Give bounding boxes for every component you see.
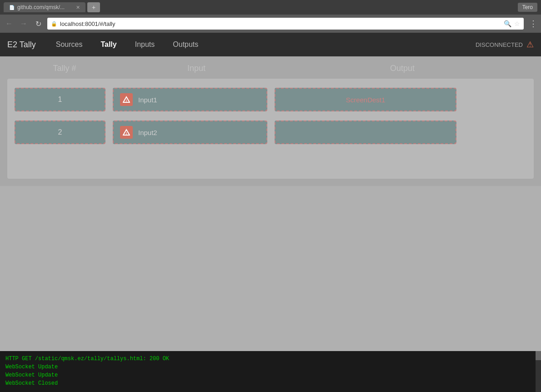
main-content: Tally # Input Output 1 ! Input1 ScreenDe… xyxy=(0,56,541,186)
nav-link-tally[interactable]: Tally xyxy=(91,33,125,56)
tally-output-cell-1[interactable]: ScreenDest1 xyxy=(275,88,456,111)
nav-forward-button[interactable]: → xyxy=(18,20,29,28)
browser-titlebar: 📄 github.com/qmsk/... ✕ + Tero xyxy=(0,0,541,15)
console-line-1: HTTP GET /static/qmsk.ez/tally/tallys.ht… xyxy=(5,355,536,363)
tally-input-label-1: Input1 xyxy=(138,96,157,104)
tally-num-cell-1[interactable]: 1 xyxy=(15,88,105,111)
new-tab-button[interactable]: + xyxy=(87,2,100,12)
nav-link-inputs[interactable]: Inputs xyxy=(126,33,164,56)
tally-column-headers: Tally # Input Output xyxy=(7,64,534,73)
tally-input-cell-2[interactable]: ! Input2 xyxy=(113,121,267,144)
tally-input-cell-1[interactable]: ! Input1 xyxy=(113,88,267,111)
app-nav: E2 Tally Sources Tally Inputs Outputs DI… xyxy=(0,33,541,56)
console-area: HTTP GET /static/qmsk.ez/tally/tallys.ht… xyxy=(0,351,541,392)
nav-back-button[interactable]: ← xyxy=(4,20,15,28)
col-header-input: Input xyxy=(115,64,278,73)
col-header-tally-num: Tally # xyxy=(15,64,115,73)
console-line-3: WebSocket Update xyxy=(5,371,536,379)
table-row: 1 ! Input1 ScreenDest1 xyxy=(15,88,526,111)
svg-text:!: ! xyxy=(126,99,127,103)
url-star-icon[interactable]: ☆ xyxy=(514,20,520,27)
console-line-2: WebSocket Update xyxy=(5,363,536,371)
tally-container: 1 ! Input1 ScreenDest1 2 xyxy=(7,79,534,179)
url-lock-icon: 🔒 xyxy=(51,21,57,27)
console-scrollbar[interactable] xyxy=(536,351,541,392)
tally-warning-icon-2: ! xyxy=(120,126,133,139)
tab-title: github.com/qmsk/... xyxy=(17,4,65,10)
status-warning-icon: ⚠ xyxy=(526,40,534,50)
url-search-icon[interactable]: 🔍 xyxy=(504,20,511,27)
table-row: 2 ! Input2 xyxy=(15,121,526,144)
tally-warning-icon-1: ! xyxy=(120,93,133,106)
connection-status: DISCONNECTED ⚠ xyxy=(476,40,534,50)
tally-num-cell-2[interactable]: 2 xyxy=(15,121,105,144)
url-bar[interactable]: 🔒 localhost:8001/#/tally 🔍 ☆ xyxy=(47,18,524,30)
svg-text:!: ! xyxy=(126,131,127,136)
tally-output-label-1: ScreenDest1 xyxy=(346,96,386,104)
url-actions: 🔍 ☆ xyxy=(504,20,520,27)
tab-page-icon: 📄 xyxy=(9,5,15,10)
new-tab-icon: + xyxy=(92,4,95,11)
tab-close-button[interactable]: ✕ xyxy=(76,5,80,10)
tally-number-2: 2 xyxy=(58,128,62,136)
app-brand: E2 Tally xyxy=(7,40,43,50)
tally-number-1: 1 xyxy=(58,95,62,104)
browser-tab[interactable]: 📄 github.com/qmsk/... ✕ xyxy=(4,2,85,12)
tally-output-cell-2[interactable] xyxy=(275,121,456,144)
console-scrollbar-thumb[interactable] xyxy=(536,351,541,360)
browser-menu-button[interactable]: ⋮ xyxy=(529,19,537,29)
status-text: DISCONNECTED xyxy=(476,41,523,48)
url-text: localhost:8001/#/tally xyxy=(60,20,115,27)
nav-refresh-button[interactable]: ↻ xyxy=(33,20,44,28)
nav-link-sources[interactable]: Sources xyxy=(47,33,92,56)
tally-input-label-2: Input2 xyxy=(138,129,157,136)
browser-user-label: Tero xyxy=(518,3,537,12)
nav-link-outputs[interactable]: Outputs xyxy=(164,33,207,56)
browser-addressbar: ← → ↻ 🔒 localhost:8001/#/tally 🔍 ☆ ⋮ xyxy=(0,15,541,33)
col-header-output: Output xyxy=(278,64,526,73)
console-line-4: WebSocket Closed xyxy=(5,379,536,387)
